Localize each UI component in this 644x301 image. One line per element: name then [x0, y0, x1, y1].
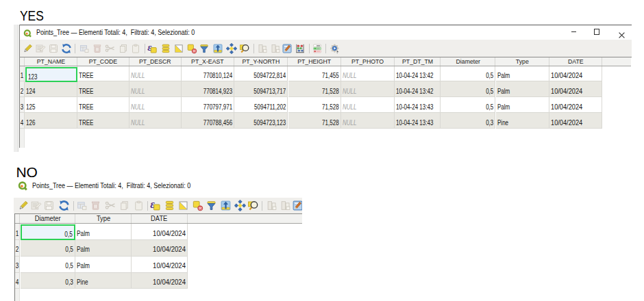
- svg-text:ε: ε: [147, 43, 152, 53]
- svg-text:ε: ε: [150, 200, 155, 210]
